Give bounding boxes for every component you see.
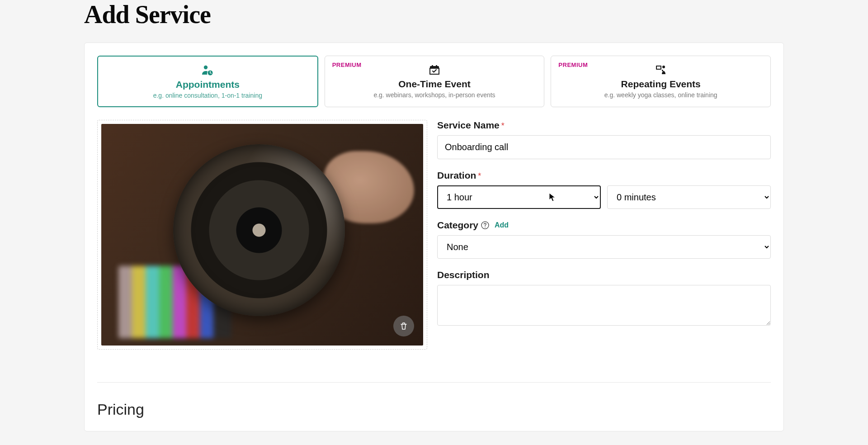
service-name-group: Service Name* [437,120,771,159]
pricing-heading: Pricing [97,401,771,418]
duration-hours-select[interactable]: 1 hour [437,185,601,209]
category-select[interactable]: None [437,235,771,259]
type-tile-title: One-Time Event [331,79,538,90]
type-tile-title: Appointments [104,79,311,90]
form-column: Service Name* Duration* 1 hour 0 minutes [437,120,771,350]
type-tile-subtitle: e.g. weekly yoga classes, online trainin… [557,91,764,99]
description-group: Description [437,270,771,327]
type-tile-subtitle: e.g. webinars, workshops, in-person even… [331,91,538,99]
premium-badge: PREMIUM [558,62,588,68]
type-tile-repeating-events[interactable]: PREMIUM Repeating Events e.g. weekly yog… [551,56,771,107]
duration-minutes-select[interactable]: 0 minutes [607,185,771,209]
duration-label: Duration [437,170,476,181]
section-divider [97,382,771,383]
category-add-link[interactable]: Add [495,221,509,229]
required-mark: * [478,171,481,180]
category-label: Category [437,220,478,231]
type-tile-one-time-event[interactable]: PREMIUM One-Time Event e.g. webinars, wo… [325,56,545,107]
svg-point-0 [204,66,208,69]
category-group: Category Add None [437,220,771,259]
premium-badge: PREMIUM [332,62,362,68]
image-drop-zone[interactable] [97,120,427,350]
svg-point-9 [662,66,665,68]
duration-group: Duration* 1 hour 0 minutes [437,170,771,209]
service-name-input[interactable] [437,135,771,159]
help-icon[interactable] [481,221,489,229]
image-column [97,120,427,350]
service-image-preview [101,124,423,346]
service-name-label: Service Name [437,120,500,131]
required-mark: * [501,121,505,130]
person-clock-icon [104,64,311,76]
trash-icon [399,322,408,331]
page-title: Add Service [84,0,784,29]
type-tile-subtitle: e.g. online consultation, 1-on-1 trainin… [104,92,311,99]
svg-point-11 [485,227,486,227]
svg-rect-6 [436,65,437,67]
calendar-check-icon [331,63,538,76]
type-tile-title: Repeating Events [557,79,764,90]
description-label: Description [437,270,490,280]
service-type-row: Appointments e.g. online consultation, 1… [97,56,771,107]
add-service-card: Appointments e.g. online consultation, 1… [84,43,784,431]
svg-rect-8 [657,66,660,69]
presenter-icon [557,63,764,76]
svg-rect-5 [432,65,433,67]
description-textarea[interactable] [437,285,771,326]
image-detail-lens [173,144,345,316]
type-tile-appointments[interactable]: Appointments e.g. online consultation, 1… [97,56,318,107]
delete-image-button[interactable] [393,316,414,336]
